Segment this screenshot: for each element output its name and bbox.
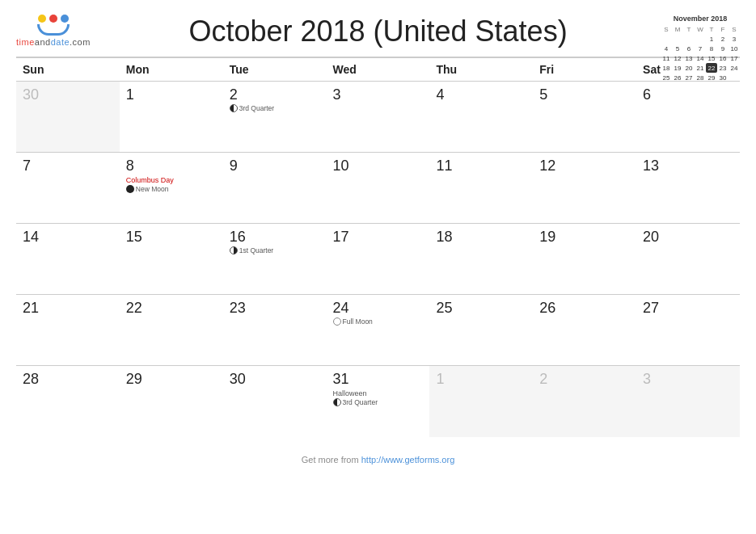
phase-label: 1st Quarter xyxy=(239,246,274,254)
table-row: 11 xyxy=(429,153,533,224)
calendar-header: SunMonTueWedThuFriSat xyxy=(16,57,740,82)
mini-cal-cell: 12 xyxy=(672,53,683,63)
day-number: 6 xyxy=(643,86,733,103)
day-number: 14 xyxy=(23,229,113,246)
dot-blue xyxy=(61,15,69,23)
halloween-label: Halloween xyxy=(333,389,424,397)
mini-cal-cell: 25 xyxy=(661,73,672,82)
logo-text: timeanddate.com xyxy=(16,37,91,47)
moon-icon xyxy=(333,398,341,406)
mini-cal-cell: 1 xyxy=(706,34,717,44)
day-number: 7 xyxy=(23,158,113,174)
col-header-tue: Tue xyxy=(223,57,327,82)
mini-cal-cell: 19 xyxy=(672,63,683,73)
day-number: 10 xyxy=(333,158,424,174)
table-row: 8Columbus DayNew Moon xyxy=(120,153,223,224)
moon-phase: 1st Quarter xyxy=(230,246,320,254)
table-row: 14 xyxy=(16,224,120,295)
mini-cal-cell: 21 xyxy=(695,63,706,73)
mini-col-thu: T xyxy=(706,24,717,34)
table-row: 5 xyxy=(533,82,636,153)
col-header-fri: Fri xyxy=(533,57,636,82)
moon-icon xyxy=(126,185,134,193)
phase-label: New Moon xyxy=(136,185,169,193)
table-row: 31Halloween3rd Quarter xyxy=(327,366,430,437)
mini-col-fri: F xyxy=(717,24,729,34)
page-footer: Get more from http://www.getforms.org xyxy=(0,445,756,471)
day-number: 25 xyxy=(436,300,526,317)
mini-cal-cell: 3 xyxy=(729,34,740,44)
table-row: 1 xyxy=(429,366,533,437)
calendar-wrapper: SunMonTueWedThuFriSat 30123rd Quarter345… xyxy=(0,57,756,445)
day-number: 2 xyxy=(230,86,320,103)
mini-cal-cell: 5 xyxy=(672,44,683,53)
calendar-body: 30123rd Quarter345678Columbus DayNew Moo… xyxy=(16,82,740,437)
table-row: 17 xyxy=(327,224,430,295)
mini-cal-cell: 15 xyxy=(706,53,717,63)
day-number: 19 xyxy=(539,229,630,246)
logo-smile xyxy=(37,24,70,36)
day-number: 4 xyxy=(436,86,526,103)
mini-col-tue: T xyxy=(683,24,695,34)
day-number: 13 xyxy=(643,158,733,174)
table-row: 20 xyxy=(636,224,740,295)
phase-label: Full Moon xyxy=(343,317,373,326)
table-row: 21 xyxy=(16,295,120,366)
table-row: 15 xyxy=(120,224,223,295)
mini-col-wed: W xyxy=(695,24,706,34)
mini-cal-cell: 11 xyxy=(661,53,672,63)
day-number: 18 xyxy=(436,229,526,246)
mini-cal-cell: 28 xyxy=(695,73,706,82)
table-row: 27 xyxy=(636,295,740,366)
table-row: 10 xyxy=(327,153,430,224)
table-row: 30 xyxy=(223,366,327,437)
mini-cal-cell: 26 xyxy=(672,73,683,82)
day-number: 22 xyxy=(126,300,217,317)
footer-link[interactable]: http://www.getforms.org xyxy=(361,455,455,465)
mini-cal-cell: 24 xyxy=(729,63,740,73)
mini-col-mon: M xyxy=(672,24,683,34)
mini-cal-cell: 22 xyxy=(706,63,717,73)
day-number: 20 xyxy=(643,229,733,246)
table-row: 28 xyxy=(16,366,120,437)
day-number: 3 xyxy=(333,86,424,103)
col-header-mon: Mon xyxy=(120,57,223,82)
day-number: 16 xyxy=(230,229,320,246)
phase-label: 3rd Quarter xyxy=(239,104,274,112)
mini-cal-cell xyxy=(729,73,740,82)
table-row: 29 xyxy=(120,366,223,437)
mini-cal-cell: 20 xyxy=(683,63,695,73)
table-row: 23 xyxy=(223,295,327,366)
logo-dots xyxy=(38,15,69,23)
day-number: 23 xyxy=(230,300,320,317)
page-header: timeanddate.com October 2018 (United Sta… xyxy=(0,0,756,57)
calendar-table: SunMonTueWedThuFriSat 30123rd Quarter345… xyxy=(16,57,740,437)
mini-cal-cell: 9 xyxy=(717,44,729,53)
mini-cal-title: November 2018 xyxy=(661,15,740,23)
mini-cal-cell: 16 xyxy=(717,53,729,63)
table-row: 13 xyxy=(636,153,740,224)
table-row: 25 xyxy=(429,295,533,366)
table-row: 22 xyxy=(120,295,223,366)
moon-phase: 3rd Quarter xyxy=(333,398,424,406)
table-row: 1 xyxy=(120,82,223,153)
day-number: 17 xyxy=(333,229,424,246)
mini-cal-cell: 29 xyxy=(706,73,717,82)
table-row: 18 xyxy=(429,224,533,295)
day-number: 24 xyxy=(333,300,424,317)
mini-cal-cell xyxy=(661,34,672,44)
day-number: 2 xyxy=(539,371,630,388)
mini-cal-cell: 18 xyxy=(661,63,672,73)
logo[interactable]: timeanddate.com xyxy=(16,15,91,47)
moon-phase: New Moon xyxy=(126,185,217,193)
day-number: 12 xyxy=(539,158,630,174)
footer-text: Get more from xyxy=(302,455,361,465)
table-row: 9 xyxy=(223,153,327,224)
mini-cal-cell: 7 xyxy=(695,44,706,53)
day-number: 28 xyxy=(23,371,113,388)
table-row: 6 xyxy=(636,82,740,153)
day-number: 8 xyxy=(126,158,217,174)
mini-cal-cell: 27 xyxy=(683,73,695,82)
mini-cal-cell xyxy=(695,34,706,44)
dot-red xyxy=(49,15,57,23)
